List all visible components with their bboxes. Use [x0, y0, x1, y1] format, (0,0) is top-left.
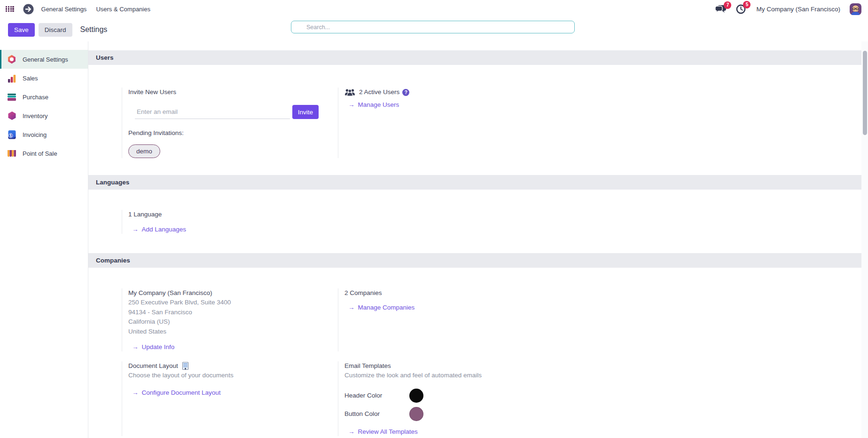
sidebar-label: General Settings	[23, 56, 68, 63]
save-button[interactable]: Save	[8, 23, 35, 37]
apps-grid-icon[interactable]	[6, 6, 14, 12]
menu-users-companies[interactable]: Users & Companies	[91, 6, 155, 13]
messages-button[interactable]: 7	[715, 5, 727, 14]
company-address-line: 94134 - San Francisco	[128, 308, 332, 318]
sidebar-label: Sales	[23, 75, 38, 82]
user-avatar[interactable]	[850, 3, 861, 15]
discard-button[interactable]: Discard	[39, 23, 72, 37]
general-settings-icon	[7, 55, 17, 64]
search-input[interactable]	[291, 21, 575, 33]
company-address-line: California (US)	[128, 317, 332, 327]
sidebar-item-purchase[interactable]: Purchase	[0, 88, 88, 106]
page-title: Settings	[80, 25, 108, 34]
email-templates-title: Email Templates	[344, 361, 639, 371]
review-all-templates-link[interactable]: → Review All Templates	[348, 427, 639, 436]
company-switcher[interactable]: My Company (San Francisco)	[756, 6, 840, 13]
header-color-label: Header Color	[344, 391, 409, 400]
arrow-right-icon: →	[348, 303, 355, 312]
arrow-right-icon: →	[348, 100, 355, 109]
company-name: My Company (San Francisco)	[128, 288, 332, 298]
scrollbar-thumb[interactable]	[863, 51, 867, 135]
email-templates-subtitle: Customize the look and feel of automated…	[344, 371, 639, 380]
invite-email-input[interactable]	[135, 105, 290, 119]
email-templates-box: Email Templates Customize the look and f…	[338, 361, 639, 436]
control-bar: Save Discard Settings	[0, 18, 868, 41]
companies-count-box: 2 Companies → Manage Companies	[338, 288, 639, 351]
purchase-icon	[7, 92, 17, 102]
languages-box: 1 Language → Add Languages	[122, 210, 332, 234]
settings-app-icon[interactable]	[23, 4, 34, 15]
update-info-link[interactable]: → Update Info	[132, 342, 332, 351]
inventory-icon	[7, 111, 17, 120]
sidebar-item-inventory[interactable]: Inventory	[0, 106, 88, 125]
companies-count: 2 Companies	[344, 288, 639, 298]
svg-text:$: $	[9, 133, 12, 138]
document-layout-title: Document Layout	[128, 361, 178, 371]
active-users-box: 2 Active Users ? → Manage Users	[338, 88, 639, 158]
active-users-count: 2 Active Users	[359, 88, 399, 97]
arrow-right-icon: →	[132, 225, 139, 234]
messages-count-badge: 7	[724, 1, 731, 9]
point-of-sale-icon	[7, 149, 17, 158]
invite-button[interactable]: Invite	[292, 105, 319, 119]
pending-invitations-label: Pending Invitations:	[128, 128, 332, 138]
users-section-header: Users	[88, 50, 861, 65]
company-info-box: My Company (San Francisco) 250 Executive…	[122, 288, 332, 351]
language-count: 1 Language	[128, 210, 332, 219]
manage-companies-label: Manage Companies	[358, 303, 415, 312]
arrow-right-icon: →	[132, 342, 139, 351]
settings-content: Users Invite New Users Invite Pending In…	[88, 41, 861, 438]
company-address-line: United States	[128, 327, 332, 337]
configure-document-layout-label: Configure Document Layout	[142, 388, 221, 397]
sidebar-label: Purchase	[23, 94, 48, 101]
sidebar-item-sales[interactable]: Sales	[0, 69, 88, 88]
pending-invitation-tag[interactable]: demo	[128, 144, 160, 158]
sales-icon	[7, 73, 17, 83]
sidebar-item-invoicing[interactable]: $ Invoicing	[0, 125, 88, 144]
arrow-right-icon: →	[132, 388, 139, 397]
header-color-swatch[interactable]	[409, 389, 423, 403]
manage-companies-link[interactable]: → Manage Companies	[348, 303, 639, 312]
manage-users-label: Manage Users	[358, 100, 399, 109]
settings-sidebar: General Settings Sales Purchase	[0, 41, 88, 438]
document-layout-subtitle: Choose the layout of your documents	[128, 371, 332, 380]
users-group-icon	[344, 88, 355, 96]
document-layout-box: Document Layout Choose the layout of you…	[122, 361, 332, 436]
sidebar-item-point-of-sale[interactable]: Point of Sale	[0, 144, 88, 163]
sidebar-label: Inventory	[23, 112, 47, 119]
activities-button[interactable]: 5	[736, 4, 746, 14]
update-info-label: Update Info	[142, 342, 175, 351]
help-icon[interactable]: ?	[402, 89, 409, 96]
sidebar-label: Invoicing	[23, 131, 47, 138]
building-icon	[181, 362, 189, 370]
configure-document-layout-link[interactable]: → Configure Document Layout	[132, 388, 332, 397]
vertical-scrollbar	[861, 41, 868, 438]
manage-users-link[interactable]: → Manage Users	[348, 100, 639, 109]
top-navbar: General Settings Users & Companies 7 5 M…	[0, 0, 868, 18]
sidebar-label: Point of Sale	[23, 150, 57, 157]
companies-section-header: Companies	[88, 253, 861, 268]
menu-general-settings[interactable]: General Settings	[37, 6, 92, 13]
activities-count-badge: 5	[743, 1, 751, 8]
review-all-templates-label: Review All Templates	[358, 427, 418, 436]
invoicing-icon: $	[7, 130, 17, 139]
languages-section-header: Languages	[88, 175, 861, 190]
add-languages-label: Add Languages	[142, 225, 187, 234]
invite-users-box: Invite New Users Invite Pending Invitati…	[122, 88, 332, 158]
button-color-label: Button Color	[344, 409, 409, 419]
company-address-line: 250 Executive Park Blvd, Suite 3400	[128, 298, 332, 308]
button-color-swatch[interactable]	[409, 407, 423, 421]
invite-new-users-label: Invite New Users	[128, 88, 332, 97]
sidebar-item-general-settings[interactable]: General Settings	[0, 50, 88, 69]
arrow-right-icon: →	[348, 427, 355, 436]
add-languages-link[interactable]: → Add Languages	[132, 225, 332, 234]
